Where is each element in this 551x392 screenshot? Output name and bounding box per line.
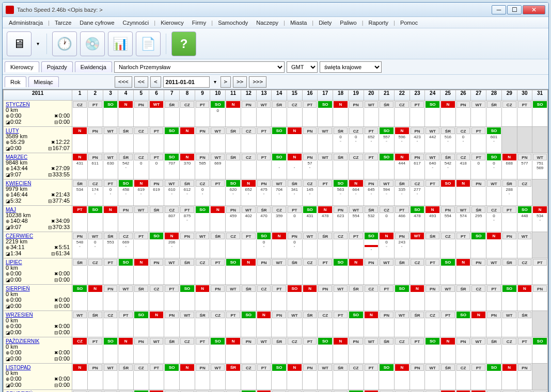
- day-5-11[interactable]: PN459: [226, 206, 241, 232]
- day-4-29[interactable]: ŚR288▫: [501, 179, 517, 206]
- day-7-30[interactable]: CZ: [517, 258, 532, 285]
- day-1-1[interactable]: CZ: [72, 101, 88, 127]
- day-8-10[interactable]: PN: [210, 285, 226, 311]
- day-11-5[interactable]: CZ: [133, 364, 149, 390]
- day-12-24[interactable]: CZ: [425, 390, 440, 393]
- day-11-27[interactable]: PT: [471, 364, 486, 390]
- day-1-8[interactable]: CZ: [180, 101, 195, 127]
- day-4-13[interactable]: PN475▫: [256, 179, 272, 206]
- day-7-4[interactable]: SO: [118, 258, 134, 285]
- day-2-1[interactable]: N: [72, 127, 88, 153]
- day-9-19[interactable]: SO: [348, 311, 364, 337]
- day-9-12[interactable]: SO: [241, 311, 256, 337]
- day-5-22[interactable]: PT466: [394, 206, 410, 232]
- day-2-18[interactable]: ŚR0▫: [333, 127, 349, 153]
- day-10-30[interactable]: PT: [517, 337, 532, 364]
- day-4-9[interactable]: CZ0▫: [195, 179, 210, 206]
- day-6-20[interactable]: SO▫: [364, 232, 379, 258]
- tab-rok[interactable]: Rok: [5, 76, 26, 87]
- day-12-16[interactable]: ŚR: [302, 390, 318, 393]
- day-1-7[interactable]: ŚR: [164, 101, 180, 127]
- day-8-12[interactable]: ŚR: [241, 285, 256, 311]
- day-2-14[interactable]: SO: [272, 127, 287, 153]
- day-4-4[interactable]: SO458▫: [118, 179, 134, 206]
- day-1-6[interactable]: WT: [149, 101, 164, 127]
- day-1-28[interactable]: ŚR: [486, 101, 502, 127]
- day-2-4[interactable]: ŚR: [118, 127, 134, 153]
- day-1-24[interactable]: SO: [425, 101, 440, 127]
- day-8-18[interactable]: WT: [333, 285, 349, 311]
- day-2-20[interactable]: PT652▫: [364, 127, 379, 153]
- day-9-7[interactable]: PN: [164, 311, 180, 337]
- day-3-24[interactable]: WT640▫: [425, 153, 440, 179]
- day-12-4[interactable]: PT: [118, 390, 134, 393]
- day-11-13[interactable]: PT: [256, 364, 272, 390]
- day-12-20[interactable]: N: [364, 390, 379, 393]
- day-7-15[interactable]: ŚR: [287, 258, 303, 285]
- day-10-21[interactable]: ŚR: [379, 337, 395, 364]
- day-5-27[interactable]: ŚR295: [471, 206, 486, 232]
- nav-prev2[interactable]: <<: [134, 76, 148, 88]
- day-10-23[interactable]: PT: [410, 337, 425, 364]
- day-6-9[interactable]: WT: [195, 232, 210, 258]
- day-11-9[interactable]: PN: [195, 364, 210, 390]
- day-4-19[interactable]: N664▫: [348, 179, 364, 206]
- day-1-19[interactable]: PN: [348, 101, 364, 127]
- day-1-30[interactable]: PT: [517, 101, 532, 127]
- day-11-15[interactable]: N: [287, 364, 303, 390]
- day-12-11[interactable]: PT: [226, 390, 241, 393]
- minimize-button[interactable]: ─: [492, 5, 506, 14]
- day-3-2[interactable]: PN611: [87, 153, 103, 179]
- day-1-3[interactable]: SO: [103, 101, 118, 127]
- day-10-28[interactable]: ŚR: [486, 337, 502, 364]
- day-1-10[interactable]: SO0: [210, 101, 226, 127]
- day-2-15[interactable]: N: [287, 127, 303, 153]
- day-11-6[interactable]: PT: [149, 364, 164, 390]
- day-7-6[interactable]: PN: [149, 258, 164, 285]
- day-5-9[interactable]: SO: [195, 206, 210, 232]
- day-12-19[interactable]: SO: [348, 390, 364, 393]
- day-7-9[interactable]: CZ: [195, 258, 210, 285]
- day-8-8[interactable]: SO: [180, 285, 195, 311]
- day-7-13[interactable]: PN: [256, 258, 272, 285]
- day-12-13[interactable]: N: [256, 390, 272, 393]
- day-9-27[interactable]: N: [471, 311, 486, 337]
- tb-chart-icon[interactable]: 📊: [108, 31, 133, 56]
- day-9-24[interactable]: CZ: [425, 311, 440, 337]
- menu-naczepy[interactable]: Naczepy: [252, 20, 282, 26]
- day-5-25[interactable]: PN554: [440, 206, 456, 232]
- day-4-2[interactable]: CZ174▫: [87, 179, 103, 206]
- day-9-25[interactable]: PT: [440, 311, 456, 337]
- day-10-11[interactable]: N: [226, 337, 241, 364]
- day-10-27[interactable]: WT: [471, 337, 486, 364]
- menu-czynności[interactable]: Czynności: [119, 20, 153, 26]
- day-4-15[interactable]: ŚR341▫: [287, 179, 303, 206]
- day-4-8[interactable]: ŚR612▫: [180, 179, 195, 206]
- day-2-24[interactable]: WT442: [425, 127, 440, 153]
- day-2-28[interactable]: SO601▫: [486, 127, 502, 153]
- day-1-2[interactable]: PT: [87, 101, 103, 127]
- day-8-6[interactable]: CZ: [149, 285, 164, 311]
- day-7-23[interactable]: CZ: [410, 258, 425, 285]
- day-10-13[interactable]: WT: [256, 337, 272, 364]
- day-8-1[interactable]: SO: [72, 285, 88, 311]
- day-10-24[interactable]: SO: [425, 337, 440, 364]
- menu-tarcze[interactable]: Tarcze: [51, 20, 75, 26]
- tab-pojazdy[interactable]: Pojazdy: [41, 61, 73, 72]
- day-4-21[interactable]: WT594▫: [379, 179, 395, 206]
- day-11-2[interactable]: PN: [87, 364, 103, 390]
- day-7-2[interactable]: CZ: [87, 258, 103, 285]
- day-4-25[interactable]: SO: [440, 179, 456, 206]
- day-1-5[interactable]: PN: [133, 101, 149, 127]
- day-1-4[interactable]: N: [118, 101, 134, 127]
- day-11-29[interactable]: N: [501, 364, 517, 390]
- day-9-4[interactable]: PT: [118, 311, 134, 337]
- day-8-24[interactable]: PN: [425, 285, 440, 311]
- day-2-2[interactable]: PN: [87, 127, 103, 153]
- day-1-25[interactable]: N: [440, 101, 456, 127]
- day-12-25[interactable]: PT: [440, 390, 456, 393]
- day-4-1[interactable]: ŚR534: [72, 179, 88, 206]
- menu-samochody[interactable]: Samochody: [214, 20, 252, 26]
- menu-diety[interactable]: Diety: [314, 20, 336, 26]
- day-9-15[interactable]: WT: [287, 311, 303, 337]
